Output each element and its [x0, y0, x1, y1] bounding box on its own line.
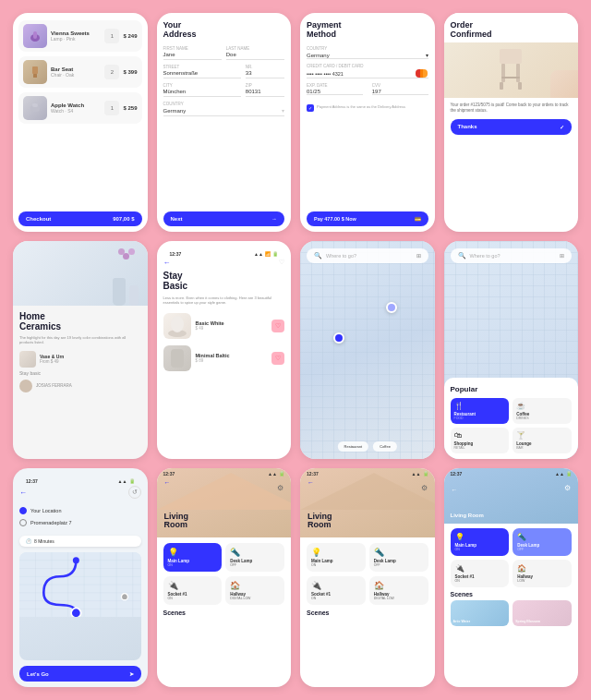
card-home: HomeCeramics The highlight for this day … — [13, 241, 148, 460]
wifi-icon: 📶 — [265, 251, 271, 257]
category-restaurant[interactable]: Restaurant — [338, 441, 369, 452]
hallway-light-card[interactable]: 🏠 Hallway DIGITAL LOW — [369, 576, 428, 605]
vase-1 — [113, 278, 126, 306]
cart-item-image-2 — [23, 60, 47, 84]
scenes-lamp-icon: 💡 — [455, 533, 505, 541]
popular-item-4[interactable]: 🍸 Lounge BAR — [513, 428, 572, 453]
popular-grid: 🍴 Restaurant FOOD ☕ Coffee DRINKS 🛍 Shop… — [451, 398, 573, 453]
scenes-socket[interactable]: 🔌 Socket #1 ON — [451, 560, 510, 587]
scenes-hallway[interactable]: 🏠 Hallway LOW — [513, 560, 572, 587]
country-field[interactable]: COUNTRY Germany ▾ — [163, 102, 285, 116]
back-button[interactable]: ← — [308, 479, 314, 486]
back-button[interactable]: ← — [163, 259, 171, 267]
billing-checkbox[interactable]: ✓ — [307, 104, 314, 112]
settings-icon[interactable]: ⚙ — [421, 477, 428, 494]
cart-item-qty-1[interactable]: 1 — [104, 29, 119, 43]
desk-lamp-light-card[interactable]: 🔦 Desk Lamp OFF — [369, 543, 428, 572]
socket-light-card[interactable]: 🔌 Socket #1 ON — [307, 576, 366, 605]
cart-item-2[interactable]: Bar Seat Chair · Oak 2 $ 399 — [18, 56, 142, 88]
cart-item-3[interactable]: Apple Watch Watch · S4 1 $ 259 — [18, 92, 142, 124]
scenes-desk-lamp-status: OFF — [517, 548, 567, 551]
scenes-main-lamp[interactable]: 💡 Main Lamp ON — [451, 528, 510, 556]
end-location-label: Promenadeplatz 7 — [30, 520, 72, 525]
popular-item-3[interactable]: 🛍 Shopping RETAIL — [451, 428, 510, 453]
back-button[interactable]: ← — [19, 489, 27, 497]
scenes-desk-lamp[interactable]: 🔦 Desk Lamp OFF — [513, 528, 572, 556]
settings-icon[interactable]: ⚙ — [564, 477, 571, 494]
favorite-button-2[interactable]: ♡ — [271, 352, 284, 365]
filter-icon[interactable]: ⊞ — [560, 252, 564, 259]
status-time: 12:37 — [170, 251, 182, 257]
city-field[interactable]: CITY München — [163, 83, 241, 97]
payment-card-field[interactable]: CREDIT CARD / DEBIT CARD •••• •••• •••• … — [307, 64, 428, 78]
status-bar: 12:37 ▲▲ 🔋 — [300, 468, 435, 478]
card-navigation: 12:37 ▲▲ 🔋 ← ↺ Your Location Promenadepl… — [13, 468, 148, 687]
scenes-title-light: Scenes — [307, 609, 428, 616]
cvv-field[interactable]: CVV 197 — [372, 83, 428, 95]
map-searchbar[interactable]: 🔍 Where to go? ⊞ — [307, 248, 428, 263]
svg-rect-6 — [500, 49, 522, 64]
home-hero-image — [13, 241, 148, 306]
svg-rect-2 — [32, 66, 38, 74]
cart-item-qty-2[interactable]: 2 — [104, 65, 119, 79]
mastercard-icon — [416, 69, 428, 78]
battery-icon: 🔋 — [129, 478, 135, 484]
svg-rect-1 — [33, 31, 37, 39]
back-button[interactable]: ← — [452, 487, 458, 493]
lastname-field[interactable]: LAST NAME Doe — [226, 46, 284, 60]
city-value: München — [163, 89, 241, 97]
pay-button[interactable]: Pay 477.00 $ Now 💳 — [307, 211, 428, 226]
heart-icon[interactable]: ♡ — [279, 259, 284, 266]
restaurant-icon: 🍴 — [454, 402, 506, 410]
clock-icon: 🕐 — [26, 538, 31, 544]
home-product-row[interactable]: Vase & Urn From $ 49 — [19, 351, 141, 368]
go-button[interactable]: Let's Go ➤ — [19, 666, 141, 682]
card-stay: 12:37 ▲▲ 📶 🔋 ← ♡ StayBasic Less is more.… — [157, 241, 292, 460]
zip-field[interactable]: ZIP 80131 — [246, 83, 284, 97]
street-field[interactable]: STREET Sonnenstraße — [163, 65, 241, 78]
popular-searchbar[interactable]: 🔍 Where to go? ⊞ — [451, 248, 573, 263]
favorite-button-1[interactable]: ♡ — [271, 320, 284, 332]
popular-item-2[interactable]: ☕ Coffee DRINKS — [513, 398, 572, 424]
pay-card-icon: 💳 — [415, 216, 421, 222]
main-lamp-light-card[interactable]: 💡 Main Lamp ON — [307, 543, 366, 572]
vase-decoration — [113, 278, 139, 306]
status-time: 12:37 — [307, 471, 319, 477]
scenes-main-lamp-status: ON — [455, 548, 505, 551]
order-body: Your order #123/5075 is paid! Come back … — [444, 98, 579, 139]
stay-item-1[interactable]: Basic White $ 49 ♡ — [163, 313, 285, 339]
stay-item-2[interactable]: Minimal Baltic $ 89 ♡ — [163, 345, 285, 371]
coffee-icon: ☕ — [516, 402, 568, 410]
filter-icon[interactable]: ⊞ — [416, 252, 421, 259]
exp-date-field[interactable]: EXP. DATE 01/25 — [307, 83, 363, 95]
main-lamp-card[interactable]: 💡 Main Lamp ON — [163, 543, 223, 572]
cart-item-sub-1: Lamp · Pink — [51, 36, 101, 42]
svg-point-13 — [171, 316, 184, 332]
popular-search-placeholder: Where to go? — [470, 253, 501, 259]
socket-card[interactable]: 🔌 Socket #1 ON — [163, 576, 223, 605]
cart-item-1[interactable]: Vienna Sweets Lamp · Pink 1 $ 249 — [18, 20, 142, 52]
scene-arctic[interactable]: Artic Water — [451, 600, 510, 626]
refresh-icon[interactable]: ↺ — [128, 486, 141, 499]
living-dark-body: 💡 Main Lamp ON 🔦 Desk Lamp OFF 🔌 Socket … — [157, 537, 292, 625]
back-button[interactable]: ← — [164, 479, 171, 486]
firstname-field[interactable]: FIRST NAME Jane — [163, 46, 222, 60]
checkout-button[interactable]: Checkout 907,00 $ — [18, 211, 142, 226]
desk-lamp-card[interactable]: 🔦 Desk Lamp OFF — [225, 543, 284, 572]
popular-item-1[interactable]: 🍴 Restaurant FOOD — [451, 398, 510, 424]
stay-description: Less is more. Even when it comes to clot… — [163, 296, 285, 306]
scene-spring[interactable]: Spring Blossom — [513, 600, 572, 626]
thanks-button[interactable]: Thanks ✓ — [451, 119, 573, 135]
cart-item-info-2: Bar Seat Chair · Oak — [51, 66, 101, 78]
hallway-card[interactable]: 🏠 Hallway DIGITAL LOW — [225, 576, 284, 605]
next-button[interactable]: Next → — [163, 211, 285, 226]
author-name: JOSIAS FERRARA — [36, 383, 72, 388]
socket-light-icon: 🔌 — [311, 581, 361, 590]
cart-item-qty-3[interactable]: 1 — [104, 101, 119, 115]
map-marker-2[interactable] — [386, 302, 397, 313]
number-field[interactable]: NR. 33 — [246, 65, 284, 78]
settings-icon[interactable]: ⚙ — [277, 477, 283, 494]
search-icon: 🔍 — [458, 252, 466, 259]
category-coffee[interactable]: Coffee — [373, 441, 397, 452]
payment-country-field[interactable]: COUNTRY Germany ▾ — [307, 46, 428, 59]
